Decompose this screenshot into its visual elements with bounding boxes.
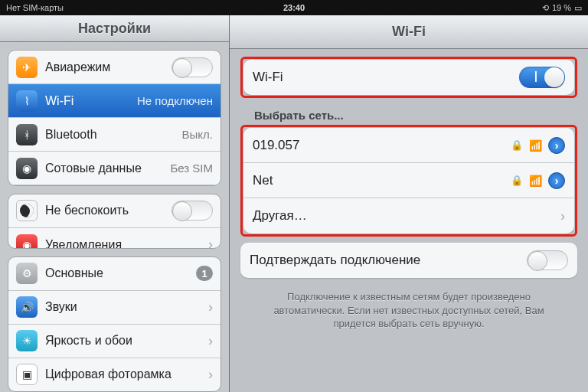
sidebar-item-value: Выкл. <box>182 128 213 141</box>
ask-to-join-group: Подтверждать подключение <box>240 243 577 278</box>
sidebar-item-notifications[interactable]: ◉ Уведомления › <box>8 228 220 249</box>
network-row[interactable]: 019.057 🔒 📶 › <box>243 128 574 163</box>
network-row[interactable]: Net 🔒 📶 › <box>243 163 574 198</box>
gear-icon: ⚙ <box>16 263 38 284</box>
sidebar-item-airplane[interactable]: ✈ Авиарежим <box>8 51 220 84</box>
highlight-networks: 019.057 🔒 📶 › Net 🔒 📶 › Другая… <box>240 125 577 237</box>
sidebar-item-label: Сотовые данные <box>45 162 170 175</box>
airplane-icon: ✈ <box>16 57 38 78</box>
battery-icon: ▭ <box>574 3 582 13</box>
wifi-signal-icon: 📶 <box>529 175 542 187</box>
rotation-lock-icon: ⟲ <box>542 3 549 13</box>
wifi-master-label: Wi-Fi <box>253 70 513 85</box>
sidebar-item-label: Яркость и обои <box>45 334 202 348</box>
wifi-icon: ⌇ <box>16 90 38 112</box>
sidebar-item-label: Wi-Fi <box>45 94 137 108</box>
sidebar-item-label: Уведомления <box>45 238 202 249</box>
brightness-icon: ☀ <box>16 330 38 351</box>
carrier-text: Нет SIM-карты <box>6 3 64 12</box>
lock-icon: 🔒 <box>511 175 523 186</box>
chevron-right-icon: › <box>208 333 213 349</box>
sidebar-item-value: Не подключен <box>137 94 213 107</box>
other-network-label: Другая… <box>253 208 548 224</box>
highlight-wifi-toggle: Wi-Fi <box>240 57 577 98</box>
panel-title: Wi-Fi <box>230 15 588 49</box>
network-detail-button[interactable]: › <box>548 137 565 154</box>
help-text: Подключение к известным сетям будет прои… <box>240 286 577 335</box>
sidebar-group-1: ✈ Авиарежим ⌇ Wi-Fi Не подключен ᚼ Bluet… <box>8 50 221 185</box>
settings-sidebar: Настройки ✈ Авиарежим ⌇ Wi-Fi Не подключ… <box>0 15 230 392</box>
chevron-right-icon: › <box>208 237 213 249</box>
sidebar-item-wallpaper[interactable]: ☀ Яркость и обои › <box>8 325 220 358</box>
clock: 23:40 <box>283 3 305 12</box>
ask-to-join-toggle[interactable] <box>527 250 568 270</box>
sidebar-item-label: Цифровая фоторамка <box>45 368 202 381</box>
network-name: Net <box>253 173 505 188</box>
ask-to-join-label: Подтверждать подключение <box>250 253 521 268</box>
cellular-icon: ◉ <box>16 158 38 179</box>
status-right: ⟲ 19 % ▭ <box>542 3 582 13</box>
sidebar-item-dnd[interactable]: Не беспокоить <box>8 194 220 228</box>
wifi-signal-icon: 📶 <box>529 139 542 152</box>
sidebar-group-2: Не беспокоить ◉ Уведомления › <box>8 194 221 249</box>
sidebar-item-frame[interactable]: ▣ Цифровая фоторамка › <box>8 358 220 392</box>
other-network-row[interactable]: Другая… › <box>243 198 574 234</box>
sidebar-item-label: Звуки <box>45 300 202 314</box>
lock-icon: 🔒 <box>511 139 523 151</box>
wifi-master-row[interactable]: Wi-Fi <box>243 60 574 95</box>
bluetooth-icon: ᚼ <box>16 124 38 145</box>
notifications-icon: ◉ <box>16 234 38 249</box>
battery-text: 19 % <box>552 3 571 12</box>
network-detail-button[interactable]: › <box>548 172 565 189</box>
dnd-toggle[interactable] <box>172 201 213 220</box>
chevron-right-icon: › <box>560 208 565 224</box>
sidebar-item-label: Bluetooth <box>45 128 182 142</box>
sidebar-title: Настройки <box>0 15 229 42</box>
sidebar-item-label: Основные <box>45 266 196 280</box>
sidebar-item-value: Без SIM <box>170 162 213 175</box>
update-badge: 1 <box>196 266 213 281</box>
sidebar-item-wifi[interactable]: ⌇ Wi-Fi Не подключен <box>8 84 220 118</box>
picture-frame-icon: ▣ <box>16 364 38 385</box>
sidebar-item-label: Не беспокоить <box>45 204 172 217</box>
network-name: 019.057 <box>253 138 505 153</box>
device-frame: Нет SIM-карты 23:40 ⟲ 19 % ▭ Настройки ✈… <box>0 0 588 392</box>
sidebar-item-label: Авиарежим <box>45 60 172 74</box>
choose-network-header: Выбрать сеть... <box>240 104 577 125</box>
sidebar-item-bluetooth[interactable]: ᚼ Bluetooth Выкл. <box>8 118 220 152</box>
sidebar-item-sounds[interactable]: 🔊 Звуки › <box>8 291 220 325</box>
status-bar: Нет SIM-карты 23:40 ⟲ 19 % ▭ <box>0 0 588 15</box>
sidebar-group-3: ⚙ Основные 1 🔊 Звуки › ☀ Яркость и обои … <box>8 256 221 392</box>
sidebar-item-cellular[interactable]: ◉ Сотовые данные Без SIM <box>8 152 220 185</box>
sidebar-item-general[interactable]: ⚙ Основные 1 <box>8 257 220 291</box>
airplane-toggle[interactable] <box>172 57 213 77</box>
speaker-icon: 🔊 <box>16 296 38 318</box>
ask-to-join-row[interactable]: Подтверждать подключение <box>240 243 577 278</box>
wifi-master-toggle[interactable] <box>519 67 565 88</box>
chevron-right-icon: › <box>208 299 213 315</box>
wifi-panel: Wi-Fi Wi-Fi Выбрать сеть... 019.057 <box>230 15 588 392</box>
chevron-right-icon: › <box>208 367 213 383</box>
moon-icon <box>16 200 38 221</box>
